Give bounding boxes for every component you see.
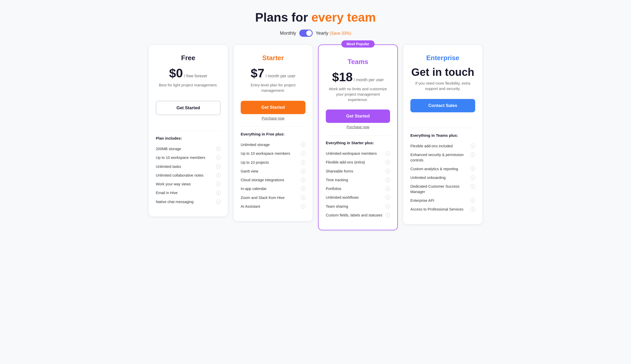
plans-container: Free $0 / free forever Best for light pr…: [136, 44, 495, 230]
plan-name-free: Free: [156, 54, 221, 62]
info-icon[interactable]: i: [301, 169, 305, 174]
info-icon[interactable]: i: [216, 182, 221, 186]
feature-text: Custom fields, labels and statuses: [326, 213, 385, 218]
plan-card-free: Free $0 / free forever Best for light pr…: [148, 44, 228, 217]
info-icon[interactable]: i: [385, 178, 390, 182]
feature-text: Enhanced security & permission controls: [410, 152, 471, 163]
feature-text: Up to 10 workspace members: [241, 151, 301, 156]
feature-text: Flexible add-ons included: [410, 143, 471, 149]
info-icon[interactable]: i: [301, 195, 305, 200]
info-icon[interactable]: i: [385, 151, 390, 156]
feature-item: In-app calendar i: [241, 184, 305, 193]
info-icon[interactable]: i: [385, 160, 390, 165]
feature-text: Access to Professional Services: [410, 207, 471, 212]
feature-text: Email in Hive: [156, 190, 216, 195]
info-icon[interactable]: i: [301, 160, 305, 165]
feature-item: Portfolios i: [326, 184, 390, 193]
plan-name-enterprise: Enterprise: [410, 54, 475, 62]
most-popular-badge: Most Popular: [341, 40, 375, 48]
info-icon[interactable]: i: [471, 207, 475, 212]
cta-button-teams[interactable]: Get Started: [326, 110, 390, 123]
info-icon[interactable]: i: [216, 190, 221, 195]
feature-item: Enhanced security & permission controls …: [410, 150, 475, 165]
cta-button-starter[interactable]: Get Started: [241, 101, 305, 114]
feature-text: Native chat messaging: [156, 199, 216, 204]
plan-price-starter: $7 / month per user: [241, 66, 305, 80]
feature-text: Unlimited workflows: [326, 195, 385, 200]
info-icon[interactable]: i: [301, 151, 305, 156]
divider-starter: [241, 126, 305, 127]
feature-item: Native chat messaging i: [156, 197, 221, 206]
cta-button-free[interactable]: Get Started: [156, 101, 221, 115]
feature-text: Up to 10 workspace members: [156, 155, 216, 160]
info-icon[interactable]: i: [471, 152, 475, 157]
billing-toggle: Monthly Yearly (Save 33%): [5, 30, 626, 37]
feature-item: 200MB storage i: [156, 144, 221, 153]
plan-price-teams: $18 / month per user: [326, 70, 390, 84]
feature-item: Time tracking i: [326, 176, 390, 184]
info-icon[interactable]: i: [301, 178, 305, 182]
info-icon[interactable]: i: [301, 204, 305, 209]
info-icon[interactable]: i: [471, 184, 475, 189]
divider-free: [156, 131, 221, 131]
plan-name-starter: Starter: [241, 54, 305, 62]
feature-item: Unlimited workflows i: [326, 193, 390, 202]
feature-text: AI Assistant: [241, 204, 301, 209]
purchase-link-starter[interactable]: Purchase now: [241, 116, 305, 120]
info-icon[interactable]: i: [216, 173, 221, 178]
info-icon[interactable]: i: [471, 167, 475, 171]
feature-item: Shareable forms i: [326, 167, 390, 176]
info-icon[interactable]: i: [301, 142, 305, 147]
feature-item: Team sharing i: [326, 202, 390, 211]
cta-button-enterprise[interactable]: Contact Sales: [410, 99, 475, 112]
info-icon[interactable]: i: [385, 195, 390, 200]
feature-item: Cloud storage integrations i: [241, 176, 305, 184]
info-icon[interactable]: i: [471, 144, 475, 148]
plan-description-enterprise: If you need more flexibility, extra supp…: [410, 80, 475, 92]
info-icon[interactable]: i: [471, 175, 475, 180]
feature-text: Unlimited tasks: [156, 164, 216, 169]
info-icon[interactable]: i: [385, 169, 390, 174]
plan-description-starter: Entry-level plan for project management.: [241, 82, 305, 94]
plan-card-starter: Starter $7 / month per user Entry-level …: [233, 44, 313, 221]
save-badge: (Save 33%): [330, 31, 351, 35]
info-icon[interactable]: i: [385, 213, 390, 217]
plan-card-enterprise: EnterpriseGet in touchIf you need more f…: [403, 44, 483, 224]
feature-item: Flexible add-ons (extra) i: [326, 158, 390, 167]
billing-monthly-label: Monthly: [280, 31, 296, 36]
feature-item: Unlimited tasks i: [156, 162, 221, 171]
feature-item: Custom fields, labels and statuses i: [326, 211, 390, 220]
features-heading-teams: Everything in Starter plus:: [326, 141, 390, 145]
feature-text: 200MB storage: [156, 146, 216, 151]
feature-text: Unlimited workspace members: [326, 151, 385, 156]
feature-text: Up to 10 projects: [241, 160, 301, 165]
feature-text: Flexible add-ons (extra): [326, 160, 385, 165]
feature-item: Unlimited collaborative notes i: [156, 171, 221, 180]
info-icon[interactable]: i: [385, 186, 390, 191]
feature-text: Cloud storage integrations: [241, 177, 301, 183]
feature-item: Up to 10 workspace members i: [241, 149, 305, 158]
feature-item: Flexible add-ons included i: [410, 142, 475, 150]
features-heading-starter: Everything in Free plus:: [241, 132, 305, 136]
feature-text: Unlimited collaborative notes: [156, 173, 216, 178]
info-icon[interactable]: i: [216, 155, 221, 160]
info-icon[interactable]: i: [471, 198, 475, 203]
feature-text: Zoom and Slack from Hive: [241, 195, 301, 200]
feature-item: Work your way views i: [156, 180, 221, 188]
info-icon[interactable]: i: [216, 147, 221, 151]
feature-text: Unlimited onboarding: [410, 175, 471, 180]
feature-item: Custom analytics & reporting i: [410, 165, 475, 173]
feature-item: Zoom and Slack from Hive i: [241, 193, 305, 202]
info-icon[interactable]: i: [216, 199, 221, 204]
info-icon[interactable]: i: [301, 186, 305, 191]
info-icon[interactable]: i: [385, 204, 390, 209]
plan-description-teams: Work with no limits and customize your p…: [326, 86, 390, 102]
purchase-link-teams[interactable]: Purchase now: [326, 125, 390, 129]
feature-item: Up to 10 workspace members i: [156, 153, 221, 162]
feature-text: Work your way views: [156, 181, 216, 187]
feature-text: Gantt view: [241, 169, 301, 174]
plan-name-teams: Teams: [326, 58, 390, 66]
billing-toggle-switch[interactable]: [299, 30, 313, 37]
features-heading-enterprise: Everything in Teams plus:: [410, 133, 475, 138]
info-icon[interactable]: i: [216, 164, 221, 169]
